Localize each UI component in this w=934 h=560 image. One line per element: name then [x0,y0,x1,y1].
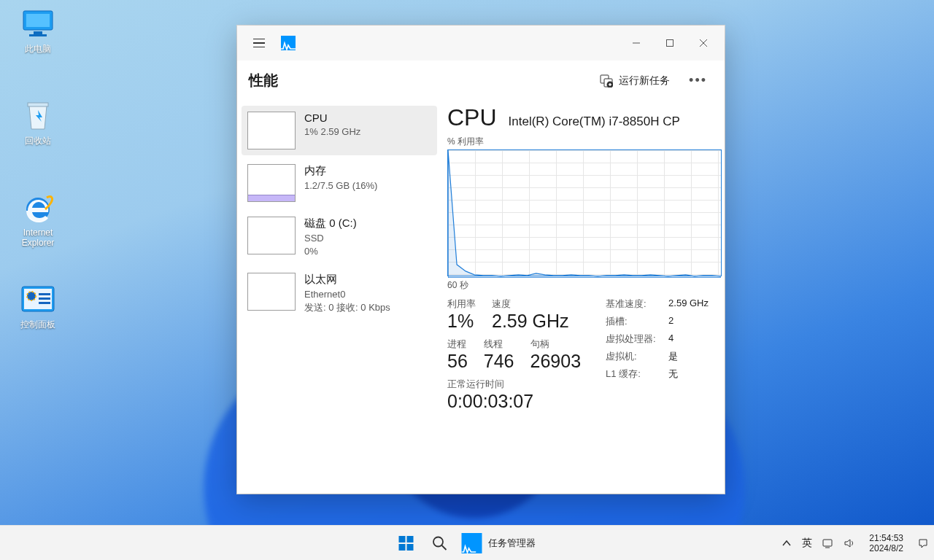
tray-overflow-button[interactable] [780,537,793,550]
sidebar-item-title: CPU [304,112,360,124]
sidebar-item-title: 内存 [304,164,377,178]
detail-heading: CPU [447,104,497,131]
chart-x-label: 60 秒 [447,279,722,292]
spec-key: L1 缓存: [606,368,668,381]
spec-key: 虚拟处理器: [606,332,668,346]
cpu-spec-table: 基准速度:2.59 GHz 插槽:2 虚拟处理器:4 虚拟机:是 L1 缓存:无 [606,298,709,381]
taskbar-app-label: 任务管理器 [488,537,536,550]
taskbar[interactable]: 任务管理器 英 21:54:53 2024/8/2 [0,525,934,560]
notifications-button[interactable] [916,537,930,550]
stat-value-processes: 56 [447,351,468,372]
ime-indicator[interactable]: 英 [802,537,812,550]
sidebar-item-sub: 1.2/7.5 GB (16%) [304,179,377,192]
disk-thumb [247,217,296,254]
run-new-task-label: 运行新任务 [619,74,670,88]
windows-icon [398,535,414,551]
cpu-line [448,150,721,278]
sidebar-item-disk[interactable]: 磁盘 0 (C:) SSD 0% [242,211,437,264]
sidebar-item-sub: SSD [304,232,357,245]
stat-value-handles: 26903 [530,351,582,372]
cpu-utilization-chart[interactable] [447,149,722,276]
svg-rect-3 [29,34,47,36]
cpu-model: Intel(R) Core(TM) i7-8850H CP [509,114,680,129]
run-task-icon [600,74,613,88]
svg-rect-12 [39,302,50,304]
svg-line-27 [442,545,447,550]
svg-rect-1 [26,14,50,27]
spec-val: 2.59 GHz [668,298,709,311]
svg-rect-4 [28,103,48,106]
spec-val: 是 [668,350,709,363]
stat-value-threads: 746 [484,351,514,372]
desktop-icon-label: 此电脑 [6,44,70,54]
minimize-button[interactable] [620,31,653,55]
run-new-task-button[interactable]: 运行新任务 [600,74,670,88]
sidebar-item-sub: 1% 2.59 GHz [304,125,360,139]
svg-rect-25 [407,544,414,551]
recycle-bin-icon [21,101,55,131]
spec-val: 4 [668,332,709,346]
desktop-icon-recycle-bin[interactable]: 回收站 [6,101,70,165]
uptime-label: 正常运行时间 [447,378,581,391]
desktop-icon-label: 回收站 [6,136,70,146]
desktop-icons: 此电脑 回收站 Internet Explorer 控制面板 [6,6,72,376]
svg-rect-14 [667,40,674,47]
stat-label: 线程 [484,338,514,351]
desktop-icon-control-panel[interactable]: 控制面板 [6,284,70,349]
volume-icon[interactable] [843,537,856,550]
monitor-icon [21,9,55,39]
stat-value-speed: 2.59 GHz [492,311,569,332]
svg-point-26 [433,537,443,546]
task-manager-icon [462,533,482,553]
start-button[interactable] [392,529,421,558]
close-button[interactable] [687,31,720,55]
spec-key: 基准速度: [606,298,668,311]
search-button[interactable] [425,529,455,558]
sidebar-item-cpu[interactable]: CPU 1% 2.59 GHz [242,106,437,155]
taskbar-date: 2024/8/2 [869,543,903,553]
svg-rect-11 [39,298,50,300]
taskbar-clock[interactable]: 21:54:53 2024/8/2 [865,533,908,553]
sidebar-item-sub2: 0% [304,245,357,258]
sidebar-item-sub: Ethernet0 [304,288,390,301]
window-controls [620,31,720,55]
maximize-button[interactable] [653,31,687,55]
ethernet-thumb [247,273,296,311]
task-manager-window: 性能 运行新任务 ••• CPU 1% 2.59 GHz [237,26,725,494]
spec-val: 无 [668,368,709,381]
svg-rect-24 [399,544,406,551]
memory-thumb [247,164,296,202]
desktop-icon-this-pc[interactable]: 此电脑 [6,9,70,73]
spec-key: 虚拟机: [606,350,668,363]
system-tray: 英 21:54:53 2024/8/2 [780,533,930,553]
svg-rect-23 [407,536,414,542]
network-icon[interactable] [821,537,834,550]
spec-val: 2 [668,315,709,328]
desktop-icon-label: 控制面板 [6,319,70,330]
stat-label: 进程 [447,338,468,351]
performance-sidebar[interactable]: CPU 1% 2.59 GHz 内存 1.2/7.5 GB (16%) 磁盘 0… [237,101,441,494]
sidebar-item-title: 磁盘 0 (C:) [304,217,357,230]
svg-rect-28 [823,540,832,546]
spec-key: 插槽: [606,315,668,328]
taskbar-time: 21:54:53 [869,533,903,543]
stat-label: 速度 [492,298,569,311]
chart-y-label: % 利用率 [447,136,722,148]
sidebar-item-ethernet[interactable]: 以太网 Ethernet0 发送: 0 接收: 0 Kbps [242,267,437,320]
sidebar-item-sub2: 发送: 0 接收: 0 Kbps [304,301,390,314]
control-panel-icon [21,284,55,315]
cpu-thumb [247,112,296,149]
uptime-value: 0:00:03:07 [447,391,581,412]
hamburger-menu-button[interactable] [244,28,274,58]
task-manager-icon [281,36,296,50]
sidebar-item-title: 以太网 [304,273,390,287]
performance-detail: CPU Intel(R) Core(TM) i7-8850H CP % 利用率 … [441,101,725,494]
sidebar-item-memory[interactable]: 内存 1.2/7.5 GB (16%) [242,158,437,208]
titlebar[interactable] [237,26,725,61]
more-options-button[interactable]: ••• [683,70,713,91]
stat-value-utilization: 1% [447,311,476,332]
stat-label: 利用率 [447,298,476,311]
taskbar-app-task-manager[interactable]: 任务管理器 [459,529,543,558]
desktop: 此电脑 回收站 Internet Explorer 控制面板 [0,0,934,560]
desktop-icon-ie[interactable]: Internet Explorer [6,192,70,257]
